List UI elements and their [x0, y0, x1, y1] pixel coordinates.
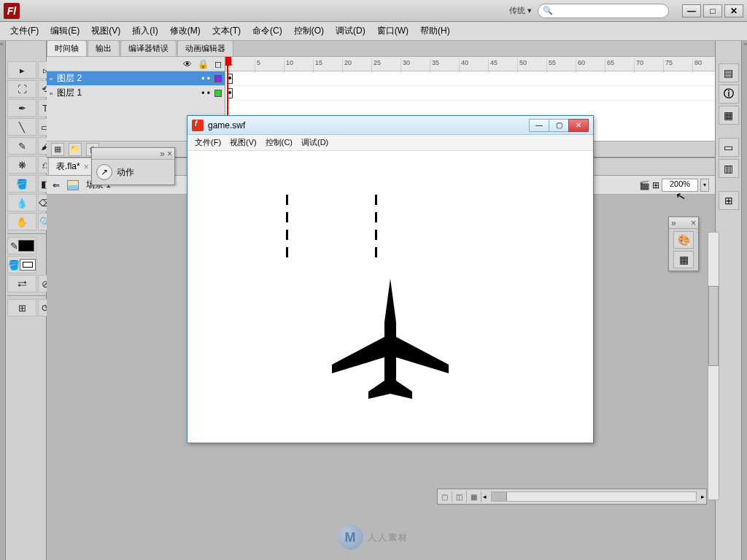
swatches-icon[interactable]: ▦ [673, 251, 694, 268]
pencil-tool[interactable]: ✎ [7, 137, 36, 155]
layer-icon: ▫ [50, 74, 53, 84]
tab-compiler-errors[interactable]: 编译器错误 [120, 40, 177, 56]
document-tab[interactable]: 表.fla*× [48, 158, 97, 175]
frame-ruler[interactable]: 15101520253035404550556065707580 [225, 57, 715, 71]
library-panel-icon[interactable]: ⓘ [719, 85, 739, 104]
menu-command[interactable]: 命令(C) [247, 23, 288, 39]
menu-insert[interactable]: 插入(I) [126, 23, 163, 39]
bullet-sprite [286, 195, 288, 205]
tab-motion-editor[interactable]: 动画编辑器 [177, 40, 233, 56]
swf-menu-view[interactable]: 视图(V) [225, 136, 261, 149]
swf-titlebar[interactable]: game.swf — ▢ ✕ [187, 116, 593, 135]
back-button[interactable]: ⇐ [53, 180, 60, 190]
floating-palette[interactable]: »× 🎨 ▦ [668, 217, 699, 271]
bullet-sprite [375, 247, 377, 257]
horizontal-scrollbar[interactable] [491, 491, 697, 502]
search-box[interactable]: 🔍 [538, 4, 669, 18]
swatches-panel-icon[interactable]: ▥ [719, 159, 739, 178]
tab-output[interactable]: 输出 [88, 40, 120, 56]
flash-logo-icon: Fl [4, 3, 20, 19]
menu-modify[interactable]: 修改(M) [164, 23, 206, 39]
swap-colors[interactable]: ⮂ [7, 275, 36, 292]
menu-debug[interactable]: 调试(D) [330, 23, 371, 39]
close-panel-icon[interactable]: × [167, 149, 172, 159]
menu-view[interactable]: 视图(V) [85, 23, 126, 39]
zoom-dropdown[interactable]: ▾ [700, 179, 709, 192]
paint-bucket-tool[interactable]: 🪣 [7, 175, 36, 192]
left-dock-strip[interactable] [0, 41, 6, 560]
deco-tool[interactable]: ❋ [7, 156, 36, 174]
close-button[interactable]: ✕ [724, 4, 743, 18]
search-input[interactable] [555, 7, 664, 15]
menu-text[interactable]: 文本(T) [206, 23, 247, 39]
search-icon: 🔍 [543, 6, 553, 15]
lock-icon[interactable]: 🔒 [198, 59, 209, 69]
stage-status-bar: ▢ ◫ ▦ ◂ ▸ [437, 489, 707, 505]
swf-player-window[interactable]: game.swf — ▢ ✕ 文件(F) 视图(V) 控制(C) 调试(D) [187, 115, 594, 443]
menu-edit[interactable]: 编辑(E) [44, 23, 85, 39]
layer-row[interactable]: ▫ 图层 2 • • [47, 71, 225, 86]
status-icon[interactable]: ▢ [438, 491, 452, 502]
close-tab-icon[interactable]: × [84, 162, 89, 172]
new-layer-button[interactable]: ▦ [51, 143, 64, 156]
snap-option[interactable]: ⊞ [7, 299, 36, 316]
swf-icon [192, 120, 204, 131]
selection-tool[interactable]: ▸ [7, 61, 36, 79]
minimize-button[interactable]: — [682, 4, 701, 18]
swf-menu-file[interactable]: 文件(F) [190, 136, 225, 149]
menu-file[interactable]: 文件(F) [4, 23, 44, 39]
title-bar: Fl 传统 ▾ 🔍 — □ ✕ [0, 0, 747, 22]
tab-timeline[interactable]: 时间轴 [47, 40, 87, 56]
eyedropper-tool[interactable]: 💧 [7, 194, 36, 211]
properties-panel-icon[interactable]: ▤ [719, 63, 739, 82]
visibility-icon[interactable]: 👁 [183, 59, 192, 69]
layer-icon: ▫ [50, 88, 53, 98]
color-mixer-icon[interactable]: 🎨 [673, 231, 694, 249]
outline-icon[interactable]: ◻ [214, 59, 222, 69]
pen-tool[interactable]: ✒ [7, 99, 36, 117]
status-icon[interactable]: ▦ [467, 491, 481, 502]
fill-color[interactable]: 🪣 [7, 256, 36, 273]
swf-title-text: game.swf [208, 120, 245, 131]
bullet-sprite [286, 247, 288, 257]
layer-row[interactable]: ▫ 图层 1 • • [47, 86, 225, 101]
actions-script-icon[interactable]: ↗ [96, 164, 112, 180]
swf-menu-bar: 文件(F) 视图(V) 控制(C) 调试(D) [187, 135, 593, 151]
collapse-icon[interactable]: » [160, 149, 165, 159]
free-transform-tool[interactable]: ⛶ [7, 80, 36, 98]
hand-tool[interactable]: ✋ [7, 213, 36, 230]
swf-stage [187, 151, 593, 443]
stroke-color[interactable]: ✎ [7, 237, 36, 254]
menu-help[interactable]: 帮助(H) [414, 23, 456, 39]
menu-bar: 文件(F) 编辑(E) 视图(V) 插入(I) 修改(M) 文本(T) 命令(C… [0, 22, 747, 41]
color-panel-icon[interactable]: ▭ [719, 138, 739, 157]
airplane-sprite [325, 279, 456, 402]
maximize-button[interactable]: □ [703, 4, 722, 18]
edit-scene-icon[interactable]: 🎬 [639, 180, 650, 190]
actions-panel[interactable]: »× ↗ 动作 [91, 147, 175, 185]
bullet-sprite [375, 230, 377, 240]
close-panel-icon[interactable]: × [691, 218, 696, 228]
right-dock-strip[interactable] [741, 41, 747, 560]
actions-panel-title: 动作 [117, 166, 134, 179]
line-tool[interactable]: ╲ [7, 118, 36, 136]
layer-header: 👁 🔒 ◻ [47, 57, 225, 71]
bullet-sprite [375, 195, 377, 205]
swf-close-button[interactable]: ✕ [568, 119, 589, 132]
menu-window[interactable]: 窗口(W) [371, 23, 414, 39]
scene-icon [67, 180, 79, 190]
vertical-scrollbar[interactable] [708, 232, 719, 500]
swf-menu-debug[interactable]: 调试(D) [297, 136, 333, 149]
swf-menu-control[interactable]: 控制(C) [261, 136, 297, 149]
bullet-sprite [286, 212, 288, 222]
swf-minimize-button[interactable]: — [529, 119, 549, 132]
transform-panel-icon[interactable]: ⊞ [719, 191, 739, 210]
menu-control[interactable]: 控制(O) [288, 23, 330, 39]
new-folder-button[interactable]: 📁 [69, 143, 82, 156]
watermark: M人人素材 [338, 525, 409, 550]
edit-symbol-icon[interactable]: ⊞ [652, 180, 659, 190]
align-panel-icon[interactable]: ▦ [719, 106, 739, 125]
workspace-layout-dropdown[interactable]: 传统 ▾ [509, 5, 532, 16]
swf-maximize-button[interactable]: ▢ [549, 119, 569, 132]
status-icon[interactable]: ◫ [452, 491, 467, 502]
